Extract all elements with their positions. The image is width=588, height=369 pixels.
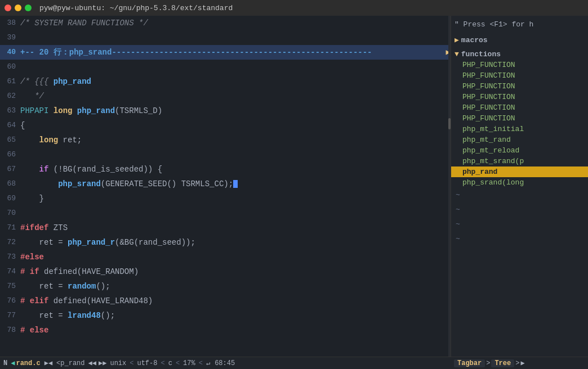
cursor-position: 68:45 (215, 359, 235, 367)
maximize-button[interactable] (25, 4, 32, 11)
table-row: 61 /* {{{ php_rand (0, 74, 451, 89)
tagbar-hint: " Press <F1> for h (451, 18, 588, 31)
table-row: 74 # if defined(HAVE_RANDOM) (0, 264, 451, 279)
tagbar-item[interactable]: php_mt_initial (451, 124, 588, 134)
os-type: unix (110, 359, 126, 367)
table-row: 70 (0, 206, 451, 220)
arrow-left-icon: ◀ (11, 359, 15, 367)
close-button[interactable] (5, 4, 11, 11)
tagbar-header-functions[interactable]: ▼ functions (451, 49, 588, 60)
table-row: 75 ret = random(); (0, 279, 451, 294)
table-row: 66 (0, 147, 451, 162)
tagbar-item-active[interactable]: php_rand (451, 166, 588, 177)
sep1: < (130, 359, 133, 367)
tagbar-item[interactable]: php_mt_srand(p (451, 156, 588, 166)
tree-button[interactable]: Tree (491, 359, 514, 367)
scroll-percent: 17% (183, 359, 195, 367)
statusbar-left: N ◀ rand.c ▶◀ <p_rand ◀◀ ▶▶ unix < utf-8… (0, 359, 451, 367)
table-row: 40 +-- 20 行：php_srand-------------------… (0, 45, 451, 60)
table-row: 39 (0, 30, 451, 45)
tagbar-functions-label: functions (461, 50, 501, 58)
sep3: < (176, 359, 180, 367)
table-row: 69 } (0, 191, 451, 206)
minimize-button[interactable] (15, 4, 21, 11)
table-row: 62 */ (0, 89, 451, 104)
table-row: 38 /* SYSTEM RAND FUNCTIONS */ (0, 16, 451, 30)
newline-icon: ↵ (206, 359, 210, 367)
tagbar-macros-label: macros (461, 36, 488, 44)
gt-icon-2: > (515, 359, 519, 367)
tagbar-item[interactable]: php_mt_reload (451, 145, 588, 156)
code-area[interactable]: 38 /* SYSTEM RAND FUNCTIONS */ 39 40 +--… (0, 16, 451, 357)
filename: rand.c (16, 359, 40, 367)
table-row: 68 php_srand(GENERATE_SEED() TSRMLS_CC); (0, 177, 451, 191)
tilde-line: ~ (456, 232, 588, 246)
tilde-line: ~ (456, 217, 588, 232)
arrow-right-icon: ▶ (455, 35, 459, 44)
editor-pane[interactable]: 38 /* SYSTEM RAND FUNCTIONS */ 39 40 +--… (0, 16, 451, 357)
tilde-lines: ~ ~ ~ ~ (451, 188, 588, 246)
sep2: < (161, 359, 164, 367)
tagbar-item[interactable]: PHP_FUNCTION (451, 60, 588, 70)
table-row: 78 # else (0, 323, 451, 338)
tagbar-item[interactable]: php_srand(long (451, 177, 588, 188)
table-row: 76 # elif defined(HAVE_LRAND48) (0, 294, 451, 308)
table-row: 77 ret = lrand48(); (0, 308, 451, 323)
table-row: 72 ret = php_rand_r(&BG(rand_seed)); (0, 235, 451, 250)
tagbar-item[interactable]: PHP_FUNCTION (451, 70, 588, 81)
table-row: 65 long ret; (0, 133, 451, 147)
encoding: utf-8 (137, 359, 157, 367)
filetype: c (168, 359, 172, 367)
table-row: 71 #ifdef ZTS (0, 220, 451, 235)
tagbar-button[interactable]: Tagbar (454, 359, 485, 367)
tagbar-item[interactable]: PHP_FUNCTION (451, 102, 588, 113)
nav-arrows-prev-next: ◀◀ (88, 359, 96, 367)
editor-scrollbar[interactable] (448, 16, 451, 357)
vim-mode: N (3, 359, 7, 367)
tagbar-section-functions: ▼ functions PHP_FUNCTION PHP_FUNCTION PH… (451, 49, 588, 188)
table-row: 67 if (!BG(rand_is_seeded)) { (0, 162, 451, 177)
branch-info: <p_rand (56, 359, 84, 367)
sep4: < (199, 359, 203, 367)
table-row: 60 (0, 60, 451, 74)
table-row: 73 #else (0, 250, 451, 264)
gt-icon-1: > (486, 359, 490, 367)
table-row: 64 { (0, 118, 451, 133)
tilde-line: ~ (456, 188, 588, 202)
nav-arrow-right: ▶▶ (99, 359, 106, 367)
titlebar: pyw@pyw-ubuntu: ~/gnu/php-5.3.8/ext/stan… (0, 0, 588, 16)
tagbar-item[interactable]: php_mt_rand (451, 134, 588, 145)
tagbar-item[interactable]: PHP_FUNCTION (451, 113, 588, 124)
tagbar-header-macros[interactable]: ▶ macros (451, 34, 588, 46)
main-content: 38 /* SYSTEM RAND FUNCTIONS */ 39 40 +--… (0, 16, 588, 357)
tagbar-item[interactable]: PHP_FUNCTION (451, 81, 588, 92)
arrow-down-icon: ▼ (455, 50, 459, 58)
window-title: pyw@pyw-ubuntu: ~/gnu/php-5.3.8/ext/stan… (39, 4, 233, 12)
table-row: 63 PHPAPI long php_rand(TSRMLS_D) (0, 104, 451, 118)
tagbar-item[interactable]: PHP_FUNCTION (451, 92, 588, 102)
tagbar-section-macros: ▶ macros (451, 34, 588, 46)
tilde-line: ~ (456, 202, 588, 217)
nav-arrows-left: ▶◀ (44, 359, 52, 367)
tagbar-pane: " Press <F1> for h ▶ macros ▼ functions … (451, 16, 588, 357)
arrow-end-icon: ▶ (520, 359, 524, 367)
statusbar-right: Tagbar > Tree > ▶ (451, 359, 588, 367)
statusbar: N ◀ rand.c ▶◀ <p_rand ◀◀ ▶▶ unix < utf-8… (0, 357, 588, 369)
scrollbar-thumb[interactable] (448, 118, 451, 129)
